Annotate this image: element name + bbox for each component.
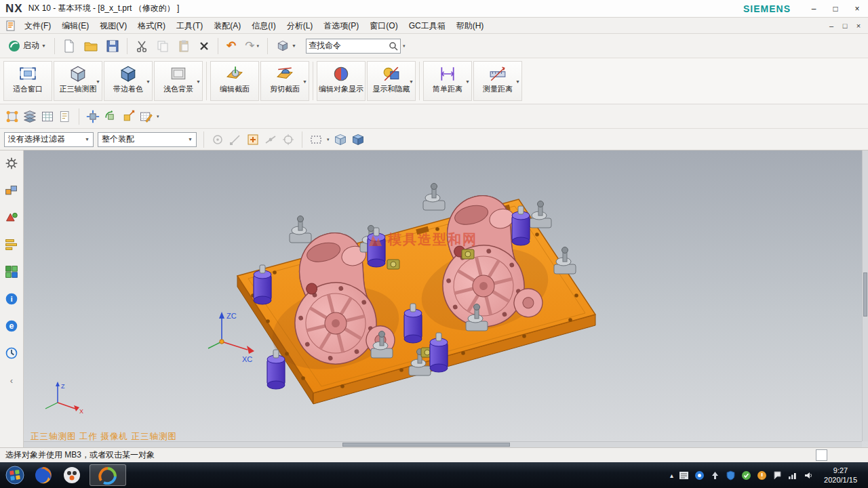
status-right-icon[interactable] bbox=[816, 449, 827, 461]
antivirus-tray-icon[interactable] bbox=[741, 470, 751, 481]
sidebar-settings[interactable] bbox=[3, 155, 20, 172]
sidebar-history[interactable] bbox=[3, 344, 20, 362]
hidden-icons-button[interactable]: ▴ bbox=[670, 472, 673, 479]
graphics-viewport[interactable]: ZC XC Z X 模具造型和网 正三轴测图 工作 摄像机 正三轴测图 bbox=[24, 150, 868, 447]
snap-point-toggle[interactable] bbox=[211, 133, 224, 146]
start-menu-button[interactable]: 启动 ▼ bbox=[4, 37, 50, 56]
menu-item-view[interactable]: 视图(V) bbox=[94, 18, 132, 34]
menu-item-analysis[interactable]: 分析(L) bbox=[281, 18, 319, 34]
sidebar-reuse-library[interactable] bbox=[3, 263, 20, 281]
ribbon-show-hide[interactable]: 显示和隐藏 ▼ bbox=[367, 61, 416, 101]
sidebar-assembly-navigator[interactable] bbox=[3, 182, 20, 199]
titlebar-close-button[interactable]: × bbox=[849, 2, 865, 16]
menu-item-edit[interactable]: 编辑(E) bbox=[56, 18, 94, 34]
titlebar-minimize-button[interactable]: – bbox=[806, 2, 822, 16]
taskbar-firefox-button[interactable] bbox=[33, 464, 54, 486]
menu-item-assemblies[interactable]: 装配(A) bbox=[208, 18, 246, 34]
sidebar-constraint-navigator[interactable] bbox=[3, 209, 20, 226]
menu-item-help[interactable]: 帮助(H) bbox=[451, 18, 490, 34]
selection-filter-dropdown[interactable]: 没有选择过滤器 ▼ bbox=[4, 132, 94, 147]
dropdown-arrow-icon[interactable]: ▼ bbox=[409, 79, 414, 84]
menu-item-window[interactable]: 窗口(O) bbox=[364, 18, 403, 34]
taskbar-nx-button[interactable] bbox=[90, 464, 126, 486]
sidebar-web-browser[interactable]: e bbox=[3, 317, 20, 335]
menu-item-preferences[interactable]: 首选项(P) bbox=[318, 18, 364, 34]
menu-item-format[interactable]: 格式(R) bbox=[132, 18, 171, 34]
dropdown-arrow-icon[interactable]: ▼ bbox=[196, 79, 201, 84]
horizontal-scrollbar[interactable] bbox=[24, 441, 862, 447]
start-button[interactable] bbox=[4, 464, 26, 486]
paste-button[interactable] bbox=[174, 37, 193, 56]
ribbon-isometric-view[interactable]: 正三轴测图 ▼ bbox=[54, 61, 102, 101]
ribbon-edit-object-display[interactable]: 编辑对象显示 bbox=[317, 61, 366, 101]
dropdown-arrow-icon[interactable]: ▼ bbox=[96, 79, 100, 84]
solid-cube-button[interactable] bbox=[351, 133, 365, 146]
dropdown-arrow-icon[interactable]: ▾ bbox=[327, 137, 330, 142]
sketch-grid-button[interactable] bbox=[139, 110, 153, 123]
dropdown-arrow-icon[interactable]: ▼ bbox=[515, 79, 520, 84]
menu-item-tools[interactable]: 工具(T) bbox=[171, 18, 208, 34]
delete-button[interactable] bbox=[195, 37, 213, 56]
menu-item-information[interactable]: 信息(I) bbox=[246, 18, 281, 34]
toolbar-overflow-arrow-icon[interactable]: ▾ bbox=[157, 114, 159, 119]
sidebar-collapse[interactable]: ‹ bbox=[3, 371, 20, 389]
volume-icon[interactable] bbox=[803, 470, 814, 481]
undo-button[interactable]: ↶ bbox=[223, 37, 239, 56]
snap-mid-toggle[interactable] bbox=[264, 133, 277, 146]
vertical-scrollbar-thumb[interactable] bbox=[863, 272, 867, 316]
child-restore-button[interactable]: □ bbox=[838, 20, 852, 31]
assembly-constraints-button[interactable] bbox=[5, 110, 19, 123]
orient-axis-button[interactable] bbox=[121, 110, 135, 123]
ime-indicator[interactable] bbox=[678, 470, 689, 481]
layers-button[interactable] bbox=[23, 110, 37, 123]
taskbar-clock[interactable]: 9:27 2020/1/15 bbox=[818, 466, 864, 485]
rotate-component-button[interactable] bbox=[104, 110, 117, 123]
wcs-triad[interactable]: ZC XC bbox=[208, 312, 254, 363]
ribbon-clip-section[interactable]: 剪切截面 ▼ bbox=[260, 61, 309, 101]
datum-table-button[interactable] bbox=[41, 110, 54, 123]
dropdown-arrow-icon[interactable]: ▼ bbox=[465, 79, 470, 84]
notes-button[interactable] bbox=[58, 110, 72, 123]
selection-scope-dropdown[interactable]: 整个装配 ▼ bbox=[98, 132, 197, 147]
menu-item-gc-toolbox[interactable]: GC工具箱 bbox=[403, 18, 451, 34]
move-component-button[interactable] bbox=[86, 110, 100, 123]
snap-plus-toggle[interactable] bbox=[246, 133, 260, 146]
ribbon-simple-distance[interactable]: 简单距离 ▼ bbox=[423, 61, 472, 101]
ribbon-measure-distance[interactable]: 测量距离 ▼ bbox=[473, 61, 522, 101]
network-icon[interactable] bbox=[787, 470, 798, 481]
search-icon[interactable] bbox=[389, 41, 398, 51]
vertical-scrollbar[interactable] bbox=[862, 150, 868, 441]
sidebar-info-window[interactable]: i bbox=[3, 290, 20, 308]
dropdown-arrow-icon[interactable]: ▾ bbox=[403, 43, 406, 49]
menu-item-file[interactable]: 文件(F) bbox=[19, 18, 56, 34]
ribbon-shaded-with-edges[interactable]: 带边着色 ▼ bbox=[104, 61, 153, 101]
new-file-button[interactable] bbox=[60, 37, 79, 56]
taskbar-app2-button[interactable] bbox=[61, 464, 83, 486]
help-tray-icon[interactable] bbox=[694, 470, 705, 481]
titlebar-maximize-button[interactable]: □ bbox=[827, 2, 844, 16]
update-tray-icon[interactable] bbox=[756, 470, 767, 481]
dropdown-arrow-icon[interactable]: ▼ bbox=[302, 79, 307, 84]
redo-button[interactable]: ↷ ▾ bbox=[241, 37, 262, 56]
open-file-button[interactable] bbox=[81, 37, 101, 56]
sidebar-part-navigator[interactable] bbox=[3, 236, 20, 253]
child-minimize-button[interactable]: – bbox=[825, 20, 838, 31]
snap-center-toggle[interactable] bbox=[281, 133, 295, 146]
rectangle-select-button[interactable] bbox=[309, 133, 323, 146]
dropdown-arrow-icon[interactable]: ▼ bbox=[146, 79, 151, 84]
ribbon-fit-window[interactable]: 适合窗口 bbox=[3, 61, 52, 101]
command-search-input[interactable] bbox=[309, 41, 389, 51]
ribbon-edit-section[interactable]: 编辑截面 bbox=[210, 61, 259, 101]
action-center-icon[interactable] bbox=[772, 470, 783, 481]
cut-button[interactable] bbox=[132, 37, 151, 56]
upload-tray-icon[interactable] bbox=[709, 470, 720, 481]
horizontal-scrollbar-thumb[interactable] bbox=[342, 443, 510, 447]
security-shield-icon[interactable] bbox=[725, 470, 736, 481]
wireframe-cube-button[interactable] bbox=[334, 133, 347, 146]
ribbon-light-background[interactable]: 浅色背景 ▼ bbox=[154, 61, 203, 101]
snap-end-toggle[interactable] bbox=[229, 133, 242, 146]
copy-button[interactable] bbox=[153, 37, 172, 56]
save-button[interactable] bbox=[103, 37, 122, 56]
child-close-button[interactable]: × bbox=[852, 20, 865, 31]
view-menu-button[interactable]: ▼ bbox=[273, 37, 300, 56]
